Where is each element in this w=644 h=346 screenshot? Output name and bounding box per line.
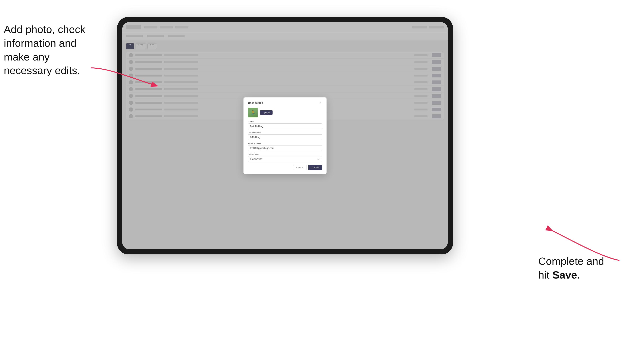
annotation-right-bold: Save [552, 269, 577, 281]
annotation-left-line4: necessary edits. [4, 64, 80, 76]
cancel-button[interactable]: Cancel [293, 165, 306, 170]
email-input[interactable] [248, 145, 322, 151]
modal-footer: Cancel ⬆ Save [248, 165, 322, 170]
annotation-left-line3: make any [4, 51, 50, 63]
school-year-input[interactable] [248, 156, 322, 162]
modal-title: User details [248, 101, 263, 104]
app-background: All Filter Sort [122, 22, 448, 249]
upload-photo-button[interactable]: Upload [260, 110, 272, 115]
school-year-label: School Year [248, 153, 322, 156]
name-input[interactable] [248, 123, 322, 129]
arrow-left [87, 64, 158, 91]
school-year-select-wrapper: × ▲▼ [248, 156, 322, 162]
annotation-right-line2: hit [538, 269, 552, 281]
save-button[interactable]: ⬆ Save [308, 165, 322, 170]
modal-header: User details × [248, 101, 322, 105]
display-name-field-group: Display name [248, 131, 322, 140]
save-icon: ⬆ [311, 167, 313, 169]
modal-dialog: User details × Upload Name [244, 97, 326, 174]
modal-close-button[interactable]: × [318, 101, 322, 105]
user-photo-thumbnail [248, 108, 258, 117]
select-arrow-icon: ▲▼ [317, 158, 321, 160]
annotation-left-line2: information and [4, 37, 77, 49]
email-label: Email address [248, 142, 322, 145]
annotation-right-end: . [577, 269, 580, 281]
name-field-group: Name [248, 120, 322, 129]
photo-section: Upload [248, 108, 322, 117]
email-field-group: Email address [248, 142, 322, 151]
annotation-left: Add photo, check information and make an… [4, 23, 94, 77]
tablet-screen: All Filter Sort [122, 22, 448, 249]
arrow-right [544, 226, 623, 265]
name-label: Name [248, 120, 322, 123]
user-photo [248, 108, 258, 117]
save-label: Save [314, 166, 319, 169]
display-name-label: Display name [248, 131, 322, 134]
annotation-left-line1: Add photo, check [4, 23, 86, 35]
school-year-field-group: School Year × ▲▼ [248, 153, 322, 162]
display-name-input[interactable] [248, 134, 322, 140]
modal-overlay: User details × Upload Name [122, 22, 448, 249]
tablet-frame: All Filter Sort [117, 17, 453, 254]
